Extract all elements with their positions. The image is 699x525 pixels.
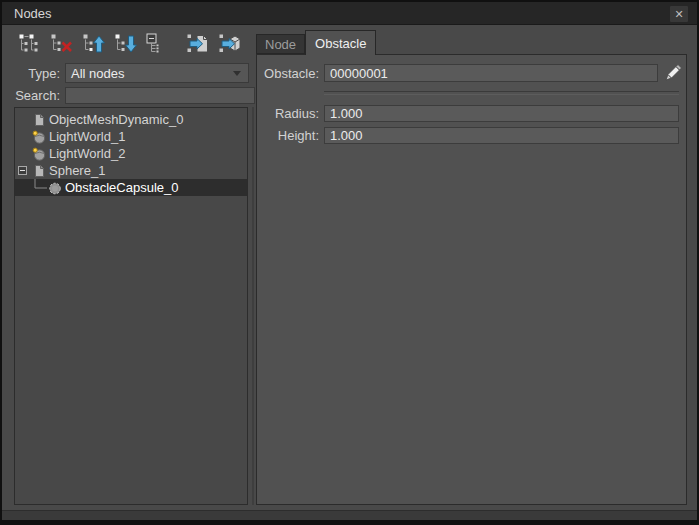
- import-node-icon: [186, 33, 210, 55]
- obstacle-id-row: Obstacle:: [257, 63, 684, 83]
- properties-tabbar: Node Obstacle: [256, 30, 376, 54]
- type-label: Type:: [14, 66, 60, 81]
- collapse-expander-icon[interactable]: [18, 166, 27, 175]
- delete-node-button[interactable]: [48, 31, 76, 57]
- edit-obstacle-button[interactable]: [662, 63, 684, 83]
- node-icon: [32, 163, 48, 178]
- nodes-window: Nodes ✕: [0, 0, 699, 525]
- collapse-hierarchy-button[interactable]: [144, 31, 172, 57]
- radius-label: Radius:: [257, 106, 319, 121]
- tree-item-label: Sphere_1: [49, 163, 105, 178]
- pencil-icon: [663, 63, 683, 83]
- tab-obstacle[interactable]: Obstacle: [305, 30, 376, 55]
- export-node-button[interactable]: [216, 31, 244, 57]
- tree-item-lightworld-2[interactable]: LightWorld_2: [15, 145, 247, 162]
- collapse-hierarchy-icon: [146, 33, 170, 55]
- delete-node-icon: [50, 33, 74, 55]
- nodes-toolbar: [16, 30, 248, 58]
- tree-item-label: ObstacleCapsule_0: [65, 180, 178, 195]
- chevron-down-icon: [233, 71, 241, 76]
- search-row: Search:: [14, 87, 255, 104]
- tree-item-lightworld-1[interactable]: LightWorld_1: [15, 128, 247, 145]
- tree-item-obstaclecapsule-0[interactable]: ObstacleCapsule_0: [15, 179, 247, 196]
- move-up-icon: [82, 33, 106, 55]
- type-select-value: All nodes: [71, 66, 124, 81]
- expander-slot: [18, 166, 32, 175]
- move-down-button[interactable]: [112, 31, 140, 57]
- obstacle-capsule-icon: [48, 180, 64, 195]
- type-select[interactable]: All nodes: [65, 63, 249, 83]
- title-bar[interactable]: Nodes ✕: [2, 2, 697, 25]
- obstacle-id-field[interactable]: [324, 64, 658, 82]
- tree-branch-connector: [18, 179, 48, 196]
- search-label: Search:: [14, 88, 60, 103]
- section-separator: [324, 91, 679, 95]
- obstacle-properties-panel: Obstacle: Radius: Height:: [256, 54, 687, 505]
- window-resize-edge[interactable]: [2, 510, 697, 520]
- tree-item-label: LightWorld_1: [49, 129, 125, 144]
- close-icon: ✕: [674, 9, 683, 20]
- import-node-button[interactable]: [184, 31, 212, 57]
- panel-splitter[interactable]: [252, 107, 254, 505]
- move-up-button[interactable]: [80, 31, 108, 57]
- light-icon: [32, 146, 48, 161]
- tree-item-label: ObjectMeshDynamic_0: [49, 112, 183, 127]
- search-input[interactable]: [65, 87, 255, 104]
- hierarchy-icon: [18, 33, 42, 55]
- hierarchy-button[interactable]: [16, 31, 44, 57]
- height-label: Height:: [257, 128, 319, 143]
- height-field[interactable]: [324, 127, 679, 144]
- node-icon: [32, 112, 48, 127]
- tab-obstacle-label: Obstacle: [315, 36, 366, 51]
- tab-node-label: Node: [265, 37, 296, 52]
- tree-item-objectmeshdynamic-0[interactable]: ObjectMeshDynamic_0: [15, 111, 247, 128]
- tree-item-sphere-1[interactable]: Sphere_1: [15, 162, 247, 179]
- radius-field[interactable]: [324, 105, 679, 122]
- node-tree: ObjectMeshDynamic_0 LightWorld_1: [15, 108, 247, 504]
- close-button[interactable]: ✕: [669, 5, 689, 23]
- height-row: Height:: [257, 127, 679, 144]
- window-title: Nodes: [14, 6, 52, 21]
- light-icon: [32, 129, 48, 144]
- node-tree-panel[interactable]: ObjectMeshDynamic_0 LightWorld_1: [14, 107, 248, 505]
- type-filter-row: Type: All nodes: [14, 63, 249, 83]
- radius-row: Radius:: [257, 105, 679, 122]
- export-node-icon: [218, 33, 242, 55]
- obstacle-label: Obstacle:: [257, 66, 319, 81]
- tree-item-label: LightWorld_2: [49, 146, 125, 161]
- move-down-icon: [114, 33, 138, 55]
- window-body: Nodes ✕: [2, 2, 697, 520]
- tab-node[interactable]: Node: [256, 34, 305, 54]
